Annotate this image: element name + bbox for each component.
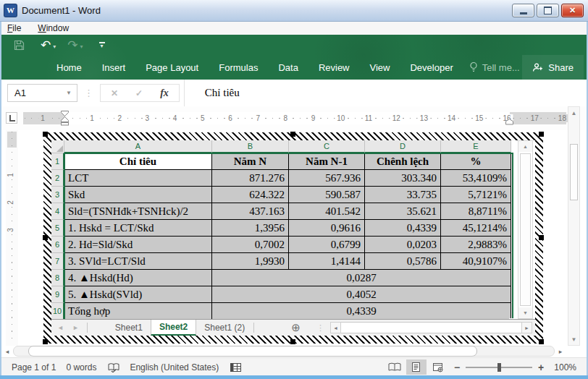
ribbon-tab-insert[interactable]: Insert [92,62,136,73]
word-scroll-left-icon[interactable]: ◂ [1,348,13,355]
word-hscroll-thumb[interactable] [28,346,477,357]
cell-E2[interactable]: 53,4109% [441,170,511,187]
cell-C4[interactable]: 401.542 [289,203,365,220]
menu-file[interactable]: File [7,23,21,33]
sheet-tab-sheet2[interactable]: Sheet2 [151,320,196,336]
cell-B1[interactable]: Năm N [212,153,289,170]
word-scroll-up-icon[interactable]: ▲ [568,107,579,119]
cell-A10[interactable]: Tổng hợp [64,303,212,320]
handle-top-right[interactable] [539,132,544,137]
excel-scroll-left-icon[interactable]: ◄ [330,322,341,333]
print-layout-button[interactable] [406,359,427,375]
tell-me-box[interactable]: Tell me... [469,61,520,73]
cell-D1[interactable]: Chênh lệch [365,153,441,170]
cell-C3[interactable]: 590.587 [289,187,365,203]
row-header-5[interactable]: 5 [51,220,64,237]
row-header-1[interactable]: 1 [51,153,64,170]
excel-scroll-down-icon[interactable]: ▼ [518,307,532,318]
column-header-C[interactable]: C [289,140,365,153]
handle-bottom-middle[interactable] [290,339,295,344]
grid-status-button[interactable] [230,363,241,372]
cell-D3[interactable]: 33.735 [365,187,441,203]
new-sheet-button[interactable]: ⊕ [285,320,306,336]
excel-hscroll-track[interactable] [341,322,521,333]
row-header-6[interactable]: 6 [51,237,64,253]
handle-bottom-right[interactable] [539,339,544,344]
indent-markers-icon[interactable] [61,111,69,126]
cell-D7[interactable]: 0,5786 [365,253,441,270]
word-vscroll-thumb[interactable] [570,144,578,200]
zoom-level[interactable]: 100% [554,362,576,372]
cell-B7[interactable]: 1,9930 [212,253,289,270]
cell-E1[interactable]: % [441,153,511,170]
cell-A3[interactable]: Skd [64,187,212,203]
excel-horizontal-scrollbar[interactable]: ◄ ► [330,322,532,333]
redo-button[interactable]: ↷▾ [67,39,83,51]
insert-function-icon[interactable]: fx [160,88,169,99]
row-header-4[interactable]: 4 [51,203,64,220]
titlebar[interactable]: W Document1 - Word ✕ [0,0,588,22]
cell-E3[interactable]: 5,7121% [441,187,511,203]
sheet-tab-sheet1-2[interactable]: Sheet1 (2) [196,320,253,336]
cell-C1[interactable]: Năm N-1 [289,153,365,170]
right-indent-icon[interactable] [505,119,513,125]
excel-vscroll-thumb[interactable] [520,153,531,306]
save-button[interactable] [14,40,25,51]
cell-C6[interactable]: 0,6799 [289,237,365,253]
cell-B2[interactable]: 871.276 [212,170,289,187]
handle-mid-right[interactable] [539,235,544,240]
cell-A5[interactable]: 1. Hskd = LCT/Skd [64,220,212,237]
cancel-icon[interactable]: ✕ [111,88,118,98]
cell-A2[interactable]: LCT [64,170,212,187]
sheet-tab-sheet1[interactable]: Sheet1 [107,320,151,336]
cell-B3[interactable]: 624.322 [212,187,289,203]
page-count[interactable]: Page 1 of 1 [12,362,56,372]
cell-B5[interactable]: 1,3956 [212,220,289,237]
select-all-corner[interactable] [51,140,64,153]
cell-A6[interactable]: 2. Hd=Sld/Skd [64,237,212,253]
cell-E5[interactable]: 45,1214% [441,220,511,237]
proofing-status-button[interactable] [108,362,119,372]
name-box-dropdown-icon[interactable]: ▼ [61,85,77,101]
excel-scroll-up-icon[interactable]: ▲ [518,141,532,152]
customize-qat-button[interactable]: ▾ [99,42,105,48]
cell-D4[interactable]: 35.621 [365,203,441,220]
cell-D6[interactable]: 0,0203 [365,237,441,253]
cell-D2[interactable]: 303.340 [365,170,441,187]
cell-A9[interactable]: 5. ▲Hskd(SVld) [64,286,212,303]
tab-selector[interactable] [6,112,17,124]
ribbon-tab-page-layout[interactable]: Page Layout [135,62,209,73]
handle-top-left[interactable] [43,132,48,137]
zoom-slider-handle[interactable] [497,363,501,372]
zoom-slider[interactable] [466,367,532,368]
cell-B10-merged[interactable]: 0,4339 [212,303,511,320]
minimize-button[interactable] [512,4,534,17]
cell-C5[interactable]: 0,9616 [289,220,365,237]
cell-E6[interactable]: 2,9883% [441,237,511,253]
ribbon-tab-data[interactable]: Data [268,62,308,73]
share-button[interactable]: Share [522,55,584,80]
name-box[interactable]: A1 ▼ [7,84,77,102]
word-count[interactable]: 0 words [66,362,96,372]
sheet-nav-right-icon[interactable]: ► [72,324,79,331]
cell-B6[interactable]: 0,7002 [212,237,289,253]
handle-bottom-left[interactable] [43,339,48,344]
read-mode-button[interactable] [385,359,405,375]
cell-B9-merged[interactable]: 0,4052 [212,286,511,303]
word-scroll-down-icon[interactable]: ▼ [568,333,579,345]
column-header-D[interactable]: D [365,140,441,153]
cell-B4[interactable]: 437.163 [212,203,289,220]
sheet-nav-left-icon[interactable]: ◄ [57,324,64,331]
row-header-3[interactable]: 3 [51,187,64,203]
ribbon-tab-home[interactable]: Home [46,62,92,73]
word-vertical-scrollbar[interactable]: ▲ ▼ [568,106,580,346]
undo-button[interactable]: ↶▾ [41,39,56,51]
column-header-E[interactable]: E [441,140,511,153]
restore-button[interactable] [537,4,559,17]
cell-A8[interactable]: 4. ▲Hskd(Hd) [64,270,212,286]
row-header-2[interactable]: 2 [51,170,64,187]
column-header-B[interactable]: B [212,140,289,153]
excel-scroll-right-icon[interactable]: ► [521,322,532,333]
zoom-out-button[interactable]: − [454,364,460,371]
ribbon-tab-review[interactable]: Review [308,62,360,73]
